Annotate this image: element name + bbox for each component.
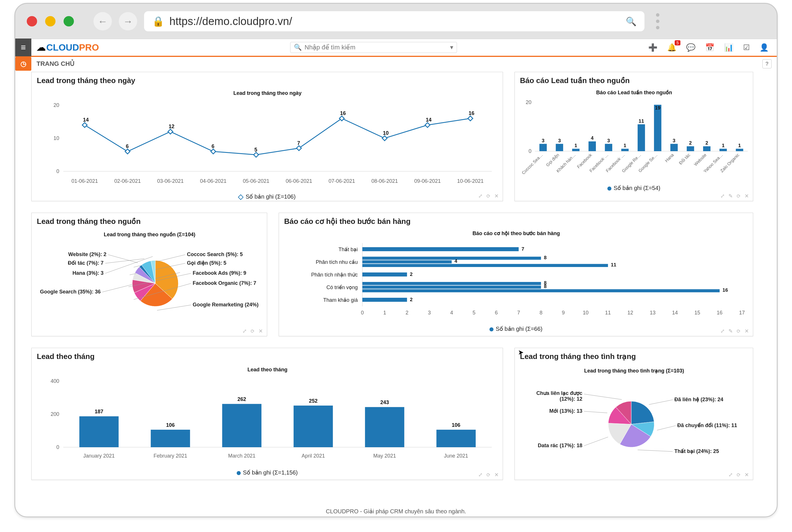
svg-line-91 xyxy=(108,255,138,263)
svg-text:8: 8 xyxy=(544,255,547,260)
svg-text:Đã chuyển đổi (11%): 11: Đã chuyển đổi (11%): 11 xyxy=(677,422,737,428)
svg-text:13: 13 xyxy=(650,310,656,316)
svg-text:6: 6 xyxy=(211,144,215,149)
svg-line-81 xyxy=(157,305,191,310)
profile-button[interactable]: 👤 xyxy=(759,43,769,52)
svg-text:Thất bại: Thất bại xyxy=(338,247,358,252)
svg-rect-51 xyxy=(605,144,612,151)
svg-text:400: 400 xyxy=(51,378,59,384)
calendar-button[interactable]: 📅 xyxy=(705,43,714,52)
svg-text:7: 7 xyxy=(517,310,520,316)
svg-text:06-06-2021: 06-06-2021 xyxy=(286,178,312,184)
svg-text:2: 2 xyxy=(705,140,708,146)
svg-text:14: 14 xyxy=(672,310,678,316)
svg-rect-157 xyxy=(365,407,404,447)
svg-line-174 xyxy=(584,394,622,399)
window-close-button[interactable] xyxy=(27,16,37,26)
legend-marker-icon xyxy=(238,194,244,200)
svg-text:20: 20 xyxy=(526,99,531,105)
app-viewport: ≡ ☁ CLOUD PRO 🔍 Nhập để tìm kiếm ▾ ➕ 🔔 5 xyxy=(15,39,777,516)
svg-text:Coccoc Sea…: Coccoc Sea… xyxy=(521,152,544,175)
svg-text:1: 1 xyxy=(624,143,626,148)
svg-text:Tham khảo giá: Tham khảo giá xyxy=(323,297,358,303)
svg-text:Lead trong tháng theo nguồn (Σ: Lead trong tháng theo nguồn (Σ=104) xyxy=(104,232,195,238)
svg-rect-125 xyxy=(362,264,608,267)
svg-text:10: 10 xyxy=(54,135,59,141)
svg-text:5: 5 xyxy=(473,310,475,316)
widget-controls[interactable]: ⤢ ⟳ ✕ xyxy=(729,472,750,478)
svg-rect-160 xyxy=(437,430,476,447)
svg-rect-154 xyxy=(294,405,333,447)
browser-forward-button[interactable]: → xyxy=(119,12,137,31)
page-title: TRANG CHỦ xyxy=(37,60,74,68)
browser-window: ← → 🔒 https://demo.cloudpro.vn/ 🔍 ≡ ☁ CL… xyxy=(14,3,778,517)
search-chevron-icon[interactable]: ▾ xyxy=(450,44,453,51)
svg-text:Facebook: Facebook xyxy=(576,152,593,169)
window-minimize-button[interactable] xyxy=(45,16,55,26)
svg-text:3: 3 xyxy=(607,138,610,144)
app-search-input[interactable]: 🔍 Nhập để tìm kiếm ▾ xyxy=(290,42,457,53)
messages-button[interactable]: 💬 xyxy=(686,43,695,52)
search-placeholder: Nhập để tìm kiếm xyxy=(305,44,355,51)
legend-marker-icon xyxy=(490,327,494,331)
svg-text:07-06-2021: 07-06-2021 xyxy=(328,178,355,184)
chart-bar-lead-month: Lead theo tháng0200400187January 2021106… xyxy=(32,364,503,467)
svg-text:2: 2 xyxy=(410,297,412,302)
browser-back-button[interactable]: ← xyxy=(93,12,112,31)
svg-text:Đối tác (7%): 7: Đối tác (7%): 7 xyxy=(68,260,104,266)
window-maximize-button[interactable] xyxy=(63,16,74,26)
widget-controls[interactable]: ⤢ ✎ ⟳ ✕ xyxy=(720,328,750,334)
svg-text:Phân tích nhu cầu: Phân tích nhu cầu xyxy=(316,259,358,265)
svg-line-170 xyxy=(584,437,608,446)
svg-text:1: 1 xyxy=(722,143,724,148)
browser-menu-button[interactable] xyxy=(656,13,659,29)
svg-rect-60 xyxy=(654,105,661,151)
notifications-button[interactable]: 🔔 5 xyxy=(667,43,676,52)
svg-text:6: 6 xyxy=(495,310,498,316)
svg-text:187: 187 xyxy=(95,409,103,415)
svg-rect-29 xyxy=(254,152,259,157)
svg-text:08-06-2021: 08-06-2021 xyxy=(371,178,398,184)
widget-controls[interactable]: ⤢ ⟳ ✕ xyxy=(478,472,500,478)
widget-controls[interactable]: ⤢ ⟳ ✕ xyxy=(478,193,500,199)
app-logo[interactable]: ☁ CLOUD PRO xyxy=(37,42,99,53)
svg-text:Phân tích nhận thức: Phân tích nhận thức xyxy=(311,272,358,278)
browser-address-bar[interactable]: 🔒 https://demo.cloudpro.vn/ 🔍 xyxy=(144,11,644,31)
svg-text:Lead trong tháng theo tình trạ: Lead trong tháng theo tình trạng (Σ=103) xyxy=(584,368,684,374)
svg-text:16: 16 xyxy=(717,310,722,316)
chart-line-lead-day: Lead trong tháng theo ngày0102001-06-202… xyxy=(32,88,503,191)
svg-rect-121 xyxy=(362,256,541,260)
svg-text:9: 9 xyxy=(562,310,565,316)
topbar-actions: ➕ 🔔 5 💬 📅 📊 ☑ 👤 xyxy=(648,43,769,52)
svg-text:4: 4 xyxy=(450,310,453,316)
help-button[interactable]: ? xyxy=(762,59,772,69)
svg-text:252: 252 xyxy=(309,398,317,404)
svg-rect-48 xyxy=(588,141,596,151)
tasks-button[interactable]: ☑ xyxy=(743,43,750,52)
logo-cloud-text: CLOUD xyxy=(46,42,79,53)
svg-text:16: 16 xyxy=(340,110,346,116)
svg-text:10: 10 xyxy=(583,310,588,316)
widget-controls[interactable]: ⤢ ⟳ ✕ xyxy=(242,328,264,334)
app-menu-button[interactable]: ≡ xyxy=(15,39,31,56)
svg-rect-133 xyxy=(362,286,541,289)
svg-rect-54 xyxy=(621,149,629,151)
reports-button[interactable]: 📊 xyxy=(724,43,733,52)
svg-text:2: 2 xyxy=(405,310,408,316)
add-button[interactable]: ➕ xyxy=(648,43,658,52)
svg-text:Facebook Ads (9%): 9: Facebook Ads (9%): 9 xyxy=(193,270,246,276)
svg-text:0: 0 xyxy=(56,168,59,174)
svg-rect-145 xyxy=(79,416,119,447)
widget-lead-status: Lead trong tháng theo tình trạng Lead tr… xyxy=(515,348,753,480)
svg-text:11: 11 xyxy=(605,310,611,316)
svg-text:1: 1 xyxy=(738,143,741,148)
svg-text:106: 106 xyxy=(166,422,174,428)
svg-text:June 2021: June 2021 xyxy=(444,453,468,459)
svg-text:(12%): 12: (12%): 12 xyxy=(560,396,582,402)
svg-text:262: 262 xyxy=(238,396,246,402)
chart-legend: Số bản ghi (Σ=54) xyxy=(515,185,753,191)
svg-text:2: 2 xyxy=(689,140,692,146)
lock-icon: 🔒 xyxy=(152,16,164,27)
widget-controls[interactable]: ⤢ ✎ ⟳ ✕ xyxy=(720,193,750,199)
svg-text:Thất bại (24%): 25: Thất bại (24%): 25 xyxy=(675,448,719,454)
